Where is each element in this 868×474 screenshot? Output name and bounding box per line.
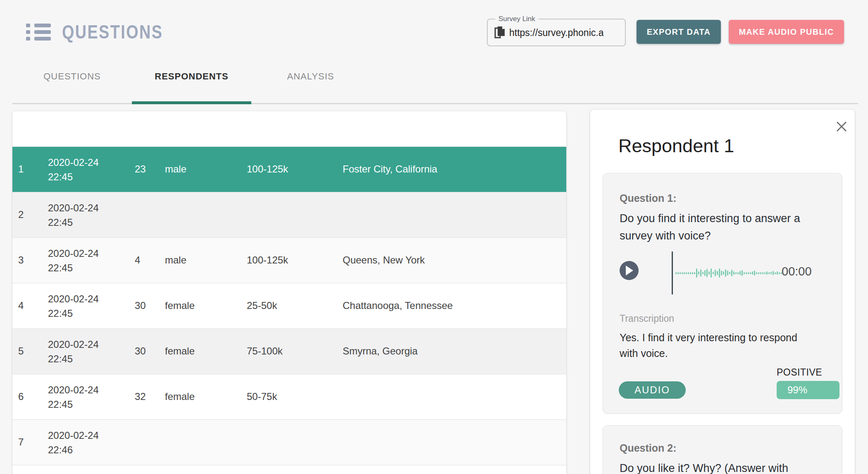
phonic-survey-dashboard: QUESTIONS Survey Link https://survey.pho… — [0, 0, 868, 474]
audio-time: 00:00 — [782, 265, 812, 278]
table-row[interactable]: 2 2020-02-2422:45 — [12, 192, 566, 237]
table-row[interactable]: 1 2020-02-2422:45 23 male 100-125k Foste… — [12, 146, 566, 192]
close-icon[interactable] — [836, 121, 847, 132]
list-icon — [26, 24, 51, 41]
waveform[interactable] — [675, 258, 784, 288]
copy-icon[interactable] — [494, 26, 505, 39]
table-row[interactable]: 4 2020-02-2422:45 30 female 25-50k Chatt… — [12, 283, 566, 328]
table-row[interactable]: 5 2020-02-2422:45 30 female 75-100k Smyr… — [12, 328, 566, 374]
tab-questions[interactable]: QUESTIONS — [12, 66, 132, 101]
export-data-button[interactable]: EXPORT DATA — [637, 20, 721, 44]
sentiment-score-badge: 99% — [777, 381, 839, 399]
survey-link-field[interactable]: Survey Link https://survey.phonic.a — [487, 15, 626, 46]
audio-type-badge: AUDIO — [619, 381, 686, 399]
respondent-title: Respondent 1 — [618, 135, 734, 157]
audio-playhead — [672, 251, 673, 294]
question-2-text: Do you like it? Why? (Answer with — [620, 460, 826, 474]
transcription-label: Transcription — [620, 313, 674, 324]
table-row[interactable]: 3 2020-02-2422:45 4 male 100-125k Queens… — [12, 237, 566, 283]
question-2-label: Question 2: — [620, 442, 677, 454]
sentiment-label: POSITIVE — [777, 367, 822, 378]
active-tab-indicator — [132, 101, 251, 104]
respondent-detail-panel: Respondent 1 Question 1: Do you find it … — [590, 110, 855, 474]
tab-analysis[interactable]: ANALYSIS — [251, 66, 370, 101]
transcript-text: Yes. I find it very interesting to respo… — [620, 330, 818, 361]
table-row[interactable]: 6 2020-02-2422:45 32 female 50-75k — [12, 374, 566, 419]
survey-link-url[interactable]: https://survey.phonic.a — [509, 27, 603, 38]
make-audio-public-button[interactable]: MAKE AUDIO PUBLIC — [729, 20, 844, 44]
tab-respondents[interactable]: RESPONDENTS — [132, 66, 251, 101]
respondents-table: # DATE AGE GENDER HOUSEHOLD INCOME LOCAT… — [12, 111, 566, 474]
page-title: QUESTIONS — [62, 21, 163, 43]
survey-link-label: Survey Link — [495, 15, 539, 23]
table-row[interactable] — [12, 465, 566, 474]
question-2-card: Question 2: Do you like it? Why? (Answer… — [603, 425, 842, 474]
table-row[interactable]: 7 2020-02-2422:46 — [12, 419, 566, 465]
question-1-card: Question 1: Do you find it interesting t… — [603, 173, 842, 414]
question-1-text: Do you find it interesting to answer a s… — [620, 210, 826, 244]
play-button[interactable] — [620, 261, 639, 280]
question-1-label: Question 1: — [620, 192, 677, 204]
